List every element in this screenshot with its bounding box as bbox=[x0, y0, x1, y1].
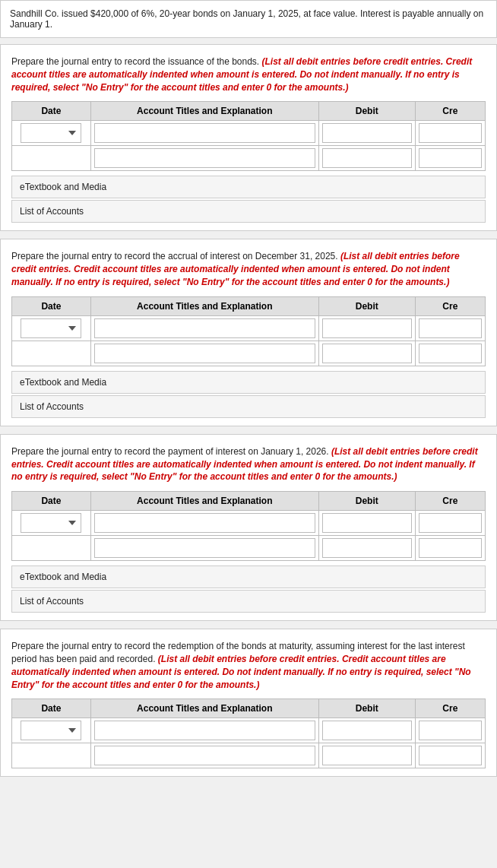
section-4-date-cell-1 bbox=[12, 718, 91, 743]
section-3-date-cell-2 bbox=[12, 536, 91, 561]
section-4-col-credit: Cre bbox=[415, 699, 485, 718]
section-2-debit-input-2[interactable] bbox=[322, 344, 412, 363]
section-2-credit-cell-2 bbox=[415, 341, 485, 366]
section-2-col-debit: Debit bbox=[318, 296, 415, 315]
section-4-account-input-1[interactable] bbox=[94, 721, 315, 740]
section-1-col-credit: Cre bbox=[415, 102, 485, 121]
section-1-plain-text: Prepare the journal entry to record the … bbox=[11, 56, 262, 67]
section-2-date-cell-2 bbox=[12, 341, 91, 366]
section-3-instruction: Prepare the journal entry to record the … bbox=[11, 445, 486, 483]
section-4-credit-input-1[interactable] bbox=[419, 721, 482, 740]
section-4-table-wrapper: Date Account Titles and Explanation Debi… bbox=[11, 699, 486, 768]
section-2-debit-cell-2 bbox=[318, 341, 415, 366]
section-3-date-cell-1 bbox=[12, 511, 91, 536]
section-2-account-input-2[interactable] bbox=[94, 344, 315, 363]
section-3-account-input-2[interactable] bbox=[94, 538, 315, 558]
table-row bbox=[12, 511, 486, 536]
section-1-debit-cell-2 bbox=[318, 146, 415, 171]
section-2-col-account: Account Titles and Explanation bbox=[90, 296, 318, 315]
section-4-debit-cell-1 bbox=[318, 718, 415, 743]
section-4-account-cell-1 bbox=[90, 718, 318, 743]
section-1-instruction: Prepare the journal entry to record the … bbox=[11, 55, 486, 93]
section-1-date-select-1[interactable] bbox=[21, 123, 81, 143]
section-4-instruction: Prepare the journal entry to record the … bbox=[11, 640, 486, 691]
section-4-account-input-2[interactable] bbox=[94, 746, 315, 765]
section-2: Prepare the journal entry to record the … bbox=[0, 239, 497, 426]
section-3-account-input-1[interactable] bbox=[94, 513, 315, 533]
section-4: Prepare the journal entry to record the … bbox=[0, 629, 497, 777]
section-3-credit-cell-1 bbox=[415, 511, 485, 536]
section-1-table-wrapper: Date Account Titles and Explanation Debi… bbox=[11, 101, 486, 171]
section-4-credit-cell-1 bbox=[415, 718, 485, 743]
section-3-credit-cell-2 bbox=[415, 536, 485, 561]
section-2-date-select-1[interactable] bbox=[21, 318, 81, 338]
section-3-credit-input-1[interactable] bbox=[419, 513, 482, 533]
section-2-table: Date Account Titles and Explanation Debi… bbox=[11, 296, 486, 366]
section-1-account-input-1[interactable] bbox=[94, 123, 315, 143]
section-2-credit-input-1[interactable] bbox=[419, 318, 482, 338]
section-3-footer: eTextbook and Media List of Accounts bbox=[11, 565, 486, 613]
section-1-footer: eTextbook and Media List of Accounts bbox=[11, 176, 486, 223]
section-2-table-wrapper: Date Account Titles and Explanation Debi… bbox=[11, 296, 486, 366]
section-1-account-cell-2 bbox=[90, 146, 318, 171]
section-4-credit-input-2[interactable] bbox=[419, 746, 482, 765]
section-3-table-wrapper: Date Account Titles and Explanation Debi… bbox=[11, 491, 486, 561]
table-row bbox=[12, 341, 486, 366]
section-1-etextbook-btn[interactable]: eTextbook and Media bbox=[11, 176, 486, 198]
section-1-header-row: Date Account Titles and Explanation Debi… bbox=[12, 102, 486, 121]
section-1-debit-cell-1 bbox=[318, 121, 415, 146]
section-2-footer: eTextbook and Media List of Accounts bbox=[11, 371, 486, 418]
section-1: Prepare the journal entry to record the … bbox=[0, 44, 497, 231]
section-1-col-debit: Debit bbox=[318, 102, 415, 121]
section-3-account-cell-2 bbox=[90, 536, 318, 561]
section-1-debit-input-2[interactable] bbox=[322, 148, 412, 168]
section-2-debit-input-1[interactable] bbox=[322, 318, 412, 338]
section-4-date-cell-2 bbox=[12, 743, 91, 768]
section-3-col-credit: Cre bbox=[415, 492, 485, 511]
section-4-col-account: Account Titles and Explanation bbox=[90, 699, 318, 718]
section-1-debit-input-1[interactable] bbox=[322, 123, 412, 143]
section-2-credit-cell-1 bbox=[415, 315, 485, 341]
section-3-debit-cell-1 bbox=[318, 511, 415, 536]
section-1-accounts-btn[interactable]: List of Accounts bbox=[11, 200, 486, 223]
section-2-accounts-btn[interactable]: List of Accounts bbox=[11, 395, 486, 418]
section-1-credit-cell-2 bbox=[415, 146, 485, 171]
section-1-date-cell-2 bbox=[12, 146, 91, 171]
problem-header-text: Sandhill Co. issued $420,000 of 6%, 20-y… bbox=[10, 8, 483, 30]
section-2-account-input-1[interactable] bbox=[94, 318, 315, 338]
section-1-account-input-2[interactable] bbox=[94, 148, 315, 168]
table-row bbox=[12, 536, 486, 561]
section-3-debit-input-2[interactable] bbox=[322, 538, 412, 558]
section-4-debit-input-1[interactable] bbox=[322, 721, 412, 740]
section-4-date-select-1[interactable] bbox=[21, 721, 81, 740]
section-4-col-debit: Debit bbox=[318, 699, 415, 718]
problem-header: Sandhill Co. issued $420,000 of 6%, 20-y… bbox=[0, 0, 497, 38]
section-4-col-date: Date bbox=[12, 699, 91, 718]
table-row bbox=[12, 315, 486, 341]
section-3-accounts-btn[interactable]: List of Accounts bbox=[11, 590, 486, 613]
section-3-account-cell-1 bbox=[90, 511, 318, 536]
section-2-account-cell-1 bbox=[90, 315, 318, 341]
table-row bbox=[12, 146, 486, 171]
section-3-debit-input-1[interactable] bbox=[322, 513, 412, 533]
section-3-etextbook-btn[interactable]: eTextbook and Media bbox=[11, 565, 486, 588]
section-3: Prepare the journal entry to record the … bbox=[0, 434, 497, 621]
section-2-date-cell-1 bbox=[12, 315, 91, 341]
section-1-date-cell-1 bbox=[12, 121, 91, 146]
section-2-etextbook-btn[interactable]: eTextbook and Media bbox=[11, 371, 486, 394]
section-2-credit-input-2[interactable] bbox=[419, 344, 482, 363]
section-1-col-account: Account Titles and Explanation bbox=[90, 102, 318, 121]
section-4-debit-input-2[interactable] bbox=[322, 746, 412, 765]
section-3-credit-input-2[interactable] bbox=[419, 538, 482, 558]
section-1-account-cell-1 bbox=[90, 121, 318, 146]
section-2-instruction: Prepare the journal entry to record the … bbox=[11, 250, 486, 288]
section-3-table: Date Account Titles and Explanation Debi… bbox=[11, 491, 486, 561]
section-3-date-select-1[interactable] bbox=[21, 513, 81, 533]
table-row bbox=[12, 121, 486, 146]
section-2-plain-text: Prepare the journal entry to record the … bbox=[11, 251, 340, 261]
section-3-col-date: Date bbox=[12, 492, 91, 511]
section-1-credit-input-2[interactable] bbox=[419, 148, 482, 168]
section-4-table: Date Account Titles and Explanation Debi… bbox=[11, 699, 486, 768]
section-1-credit-input-1[interactable] bbox=[419, 123, 482, 143]
section-3-col-account: Account Titles and Explanation bbox=[90, 492, 318, 511]
